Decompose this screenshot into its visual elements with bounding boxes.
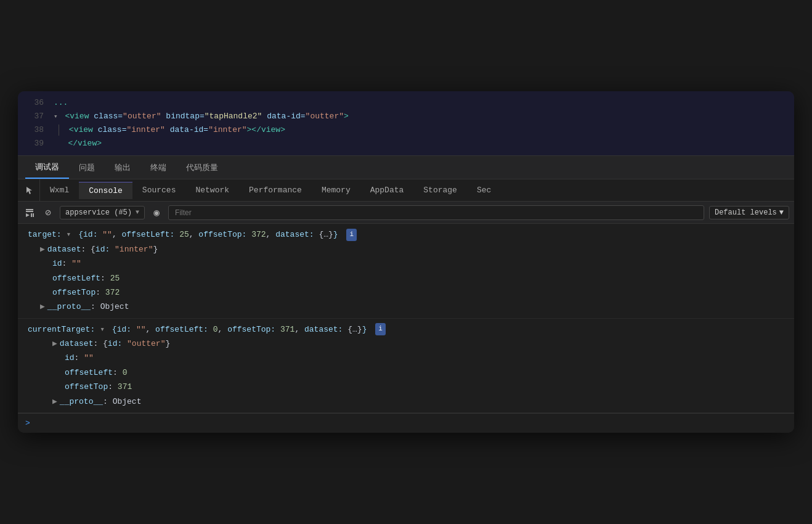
execute-icon[interactable] <box>23 206 36 219</box>
service-selector[interactable]: appservice (#5) ▼ <box>60 206 145 219</box>
levels-dropdown[interactable]: Default levels ▼ <box>709 206 789 219</box>
tab-sources[interactable]: Sources <box>132 182 186 199</box>
target-label: target: <box>28 227 62 242</box>
devtools-tab-bar: Wxml Console Sources Network Performance… <box>18 179 794 202</box>
currenttarget-offsettop-line: offsetTop: 371 <box>65 380 787 394</box>
console-toolbar: ⊘ appservice (#5) ▼ ◉ Default levels ▼ <box>18 202 794 224</box>
target-id-line: id: "" <box>52 256 787 271</box>
tab-debugger[interactable]: 调试器 <box>25 157 69 179</box>
svg-rect-0 <box>26 209 33 210</box>
eye-icon[interactable]: ◉ <box>150 206 163 219</box>
line-number: 39 <box>25 137 44 150</box>
target-entry: target: ▾ {id: "", offsetLeft: 25, offse… <box>18 224 794 318</box>
line-content: ▾ <view class="outter" bindtap="tapHandl… <box>54 110 787 123</box>
tab-storage[interactable]: Storage <box>413 182 467 199</box>
line-number: 36 <box>25 96 44 110</box>
console-prompt-icon: > <box>25 419 30 428</box>
levels-label: Default levels <box>715 208 777 217</box>
currenttarget-summary-line: currentTarget: ▾ {id: "", offsetLeft: 0,… <box>28 322 787 337</box>
levels-arrow-icon: ▼ <box>779 208 784 217</box>
line-number: 38 <box>25 123 44 137</box>
dropdown-arrow-icon: ▼ <box>136 209 139 216</box>
expand-arrow[interactable]: ▾ <box>54 113 58 120</box>
code-line-37: 37 ▾ <view class="outter" bindtap="tapHa… <box>18 110 794 123</box>
service-name: appservice (#5) <box>65 208 132 217</box>
code-editor: 36 ... 37 ▾ <view class="outter" bindtap… <box>18 91 794 156</box>
block-icon[interactable]: ⊘ <box>41 206 55 219</box>
tab-security[interactable]: Sec <box>467 182 501 199</box>
top-tab-bar: 调试器 问题 输出 终端 代码质量 <box>18 156 794 179</box>
currenttarget-info-badge: i <box>375 323 386 335</box>
currenttarget-dataset-line: ▶ dataset: {id: "outter"} <box>52 337 787 351</box>
currenttarget-expand[interactable]: ▾ <box>100 325 105 334</box>
tab-code-quality[interactable]: 代码质量 <box>176 157 228 178</box>
tab-memory[interactable]: Memory <box>312 182 360 199</box>
line-content: <view class="innter" data-id="innter"></… <box>54 123 787 137</box>
console-input-field[interactable] <box>35 419 787 428</box>
target-dataset-line: ▶ dataset: {id: "innter"} <box>40 242 787 256</box>
currenttarget-proto-line: ▶ __proto__: Object <box>52 395 787 409</box>
console-input-bar: > <box>18 413 794 433</box>
console-output: target: ▾ {id: "", offsetLeft: 25, offse… <box>18 224 794 413</box>
tab-network[interactable]: Network <box>185 182 239 199</box>
code-line-36: 36 ... <box>18 96 794 110</box>
code-line-39: 39 </view> <box>18 137 794 150</box>
target-summary-line: target: ▾ {id: "", offsetLeft: 25, offse… <box>28 227 787 242</box>
currenttarget-offsetleft-line: offsetLeft: 0 <box>65 366 787 380</box>
tab-console[interactable]: Console <box>79 182 132 199</box>
tab-issues[interactable]: 问题 <box>69 157 105 178</box>
tab-wxml[interactable]: Wxml <box>40 182 79 199</box>
proto-expand[interactable]: ▶ <box>40 300 45 314</box>
pointer-icon[interactable] <box>18 179 40 202</box>
currenttarget-label: currentTarget: <box>28 322 95 337</box>
svg-rect-3 <box>31 213 32 217</box>
devtools-window: 36 ... 37 ▾ <view class="outter" bindtap… <box>18 91 794 433</box>
tab-performance[interactable]: Performance <box>239 182 312 199</box>
code-line-38: 38 <view class="innter" data-id="innter"… <box>18 123 794 137</box>
tab-output[interactable]: 输出 <box>105 157 140 178</box>
tab-terminal[interactable]: 终端 <box>140 157 176 178</box>
currenttarget-id-line: id: "" <box>65 351 787 365</box>
dataset-expand[interactable]: ▶ <box>40 242 45 256</box>
svg-marker-2 <box>26 213 30 217</box>
filter-input[interactable] <box>168 205 704 220</box>
ct-proto-expand[interactable]: ▶ <box>52 395 57 409</box>
target-offsetleft-line: offsetLeft: 25 <box>52 271 787 285</box>
svg-rect-1 <box>26 211 33 212</box>
target-proto-line: ▶ __proto__: Object <box>40 300 787 314</box>
target-expand[interactable]: ▾ <box>67 230 71 239</box>
line-number: 37 <box>25 110 44 123</box>
indent-bar <box>59 125 59 136</box>
ct-dataset-expand[interactable]: ▶ <box>52 337 57 351</box>
svg-rect-4 <box>33 213 34 217</box>
target-offsettop-line: offsetTop: 372 <box>52 285 787 300</box>
tab-appdata[interactable]: AppData <box>360 182 414 199</box>
info-badge: i <box>346 229 357 241</box>
line-content: </view> <box>54 137 787 150</box>
currenttarget-entry: currentTarget: ▾ {id: "", offsetLeft: 0,… <box>18 319 794 413</box>
line-content: ... <box>54 96 787 110</box>
